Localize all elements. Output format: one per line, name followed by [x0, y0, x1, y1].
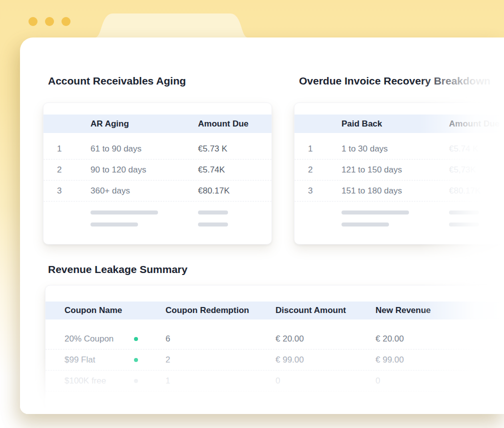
column-header: Paid Back	[342, 119, 449, 129]
table-row: $100K free 1 0 0	[46, 370, 504, 392]
row-amount: €5.73 K	[198, 144, 272, 154]
row-index: 1	[57, 144, 90, 154]
row-label: 1 to 30 days	[342, 144, 449, 154]
skeleton-row	[294, 218, 504, 230]
column-header: New Revenue	[376, 306, 504, 316]
section-title-revenue-leakage: Revenue Leakage Summary	[48, 264, 188, 276]
browser-tab[interactable]	[95, 14, 248, 38]
status-dot-icon	[134, 337, 138, 341]
column-header: AR Aging	[90, 119, 198, 129]
discount-amount: 0	[276, 376, 376, 386]
table-body: 1 1 to 30 days €5.74 K 2 121 to 150 days…	[294, 138, 504, 230]
table-row: 1 61 to 90 days €5.73 K	[44, 138, 272, 160]
status-dot-icon	[134, 358, 138, 362]
row-label: 121 to 150 days	[342, 165, 449, 175]
skeleton-row	[44, 206, 272, 218]
revenue-leakage-card: Coupon Name Coupon Redemption Discount A…	[45, 285, 504, 414]
row-amount: €80.17K	[449, 186, 504, 196]
ar-aging-card: AR Aging Amount Due 1 61 to 90 days €5.7…	[43, 102, 272, 244]
table-row: 1 1 to 30 days €5.74 K	[294, 138, 504, 160]
new-revenue: € 99.00	[376, 355, 504, 365]
skeleton-bar	[198, 210, 228, 214]
column-header: Discount Amount	[276, 306, 376, 316]
table-body: 20% Coupon 6 € 20.00 € 20.00 $99 Flat 2 …	[46, 328, 504, 392]
row-index: 2	[57, 165, 90, 175]
discount-amount: € 99.00	[276, 355, 376, 365]
table-row: 2 121 to 150 days €5,73K	[294, 160, 504, 180]
row-index: 2	[308, 165, 342, 175]
table-row: 3 360+ days €80.17K	[44, 180, 272, 202]
table-header-row: AR Aging Amount Due	[44, 114, 272, 133]
row-amount: €5.74 K	[449, 144, 504, 154]
new-revenue: 0	[376, 376, 504, 386]
status-dot-icon	[134, 379, 138, 383]
table-row: 3 151 to 180 days €80.17K	[294, 180, 504, 202]
table-header-row: Coupon Name Coupon Redemption Discount A…	[46, 302, 504, 320]
section-title-ar-aging: Account Receivables Aging	[48, 75, 186, 87]
coupon-name: $99 Flat	[64, 355, 134, 365]
row-index: 3	[57, 186, 90, 196]
column-header: Amount Due	[449, 119, 504, 129]
table-row: $99 Flat 2 € 99.00 € 99.00	[46, 350, 504, 370]
row-label: 151 to 180 days	[342, 186, 449, 196]
row-amount: €80.17K	[198, 186, 272, 196]
skeleton-row	[294, 206, 504, 218]
row-label: 360+ days	[90, 186, 198, 196]
column-header: Coupon Name	[64, 306, 166, 316]
window-control-dot[interactable]	[62, 17, 70, 26]
skeleton-bar	[449, 210, 479, 214]
skeleton-bar	[342, 210, 409, 214]
skeleton-bar	[342, 222, 389, 226]
table-row: 2 90 to 120 days €5.74K	[44, 160, 272, 180]
coupon-name: 20% Coupon	[64, 334, 134, 344]
row-label: 90 to 120 days	[90, 165, 198, 175]
column-header: Amount Due	[198, 119, 272, 129]
coupon-redemption: 1	[166, 376, 276, 386]
table-header-row: Paid Back Amount Due	[294, 114, 504, 133]
section-title-overdue-recovery: Overdue Invoice Recovery Breakdown	[299, 75, 490, 87]
skeleton-bar	[90, 222, 138, 226]
row-index: 1	[308, 144, 342, 154]
skeleton-bar	[198, 222, 228, 226]
table-row: 20% Coupon 6 € 20.00 € 20.00	[46, 328, 504, 350]
skeleton-bar	[449, 222, 479, 226]
window-control-dot[interactable]	[28, 17, 38, 26]
skeleton-row	[44, 218, 272, 230]
skeleton-bar	[90, 210, 158, 214]
coupon-name: $100K free	[64, 376, 134, 386]
coupon-redemption: 2	[166, 355, 276, 365]
row-index: 3	[308, 186, 342, 196]
row-amount: €5,73K	[449, 165, 504, 175]
coupon-redemption: 6	[166, 334, 276, 344]
overdue-recovery-card: Paid Back Amount Due 1 1 to 30 days €5.7…	[294, 102, 504, 244]
page-background: Account Receivables Aging Overdue Invoic…	[0, 0, 504, 428]
row-amount: €5.74K	[198, 165, 272, 175]
new-revenue: € 20.00	[376, 334, 504, 344]
table-body: 1 61 to 90 days €5.73 K 2 90 to 120 days…	[44, 138, 272, 230]
window-control-dot[interactable]	[45, 17, 54, 26]
column-header: Coupon Redemption	[166, 306, 276, 316]
row-label: 61 to 90 days	[90, 144, 198, 154]
browser-tab-shape	[95, 14, 248, 38]
browser-window: Account Receivables Aging Overdue Invoic…	[20, 38, 504, 414]
discount-amount: € 20.00	[276, 334, 376, 344]
